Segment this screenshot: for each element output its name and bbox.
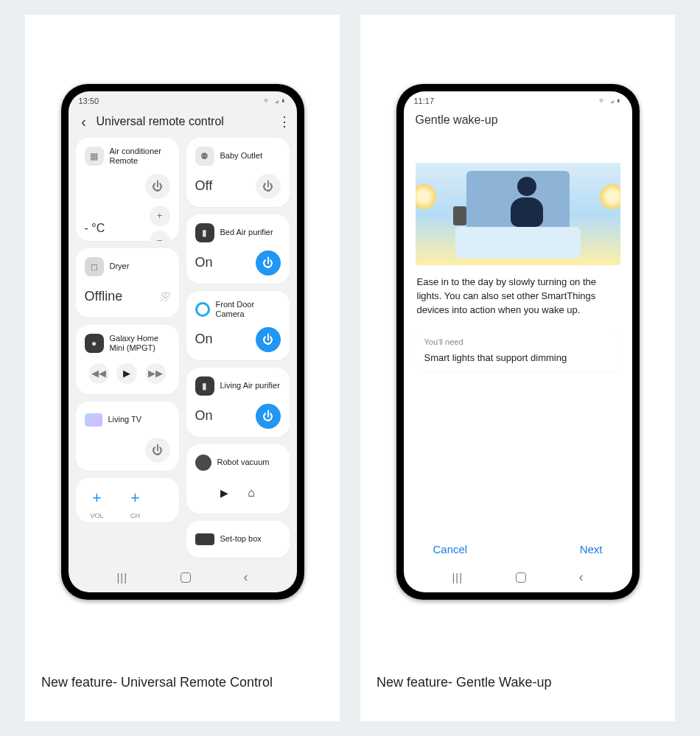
phone-frame: 11:17 ᯤ ⊿ ▮ Gentle wake-up Ease in to th… xyxy=(396,84,640,600)
home-icon[interactable]: ⌂ xyxy=(248,486,255,500)
ac-icon: ▦ xyxy=(85,147,104,166)
android-nav-bar: ||| ‹ xyxy=(404,563,632,592)
status-icons: ᯤ ⊿ ▮ xyxy=(264,97,287,105)
phone-frame: 13:50 ᯤ ⊿ ▮ ‹ Universal remote control ⋮ xyxy=(61,84,304,600)
status-icons: ᯤ ⊿ ▮ xyxy=(599,97,622,105)
nav-recent-icon[interactable]: ||| xyxy=(116,571,127,583)
requirements-body: Smart lights that support dimming xyxy=(416,349,620,372)
phone-mock-area: 13:50 ᯤ ⊿ ▮ ‹ Universal remote control ⋮ xyxy=(25,15,340,654)
tile-label: Living Air purifier xyxy=(220,381,280,390)
next-button[interactable]: Next xyxy=(580,543,603,555)
nav-home-icon[interactable] xyxy=(516,572,526,583)
caption: New feature- Gentle Wake-up xyxy=(360,654,675,721)
stb-icon xyxy=(195,533,214,545)
grid-col-right: ⚉ Baby Outlet Off ⏻ ▮ xyxy=(186,138,290,558)
vol-label: VOL xyxy=(85,512,110,519)
tile-set-top-box[interactable]: Set-top box xyxy=(186,521,290,558)
tile-label: Robot vacuum xyxy=(217,458,270,467)
lamp-icon xyxy=(416,184,436,209)
status-bar: 11:17 ᯤ ⊿ ▮ xyxy=(404,91,632,111)
wakeup-description: Ease in to the day by slowly turning on … xyxy=(404,276,632,318)
tile-vol-ch[interactable]: + VOL + CH xyxy=(76,478,179,522)
tile-state: On xyxy=(195,255,213,270)
prev-icon[interactable]: ◀◀ xyxy=(88,363,109,384)
nav-back-icon[interactable]: ‹ xyxy=(244,569,248,585)
page-title: Gentle wake-up xyxy=(404,111,632,133)
tile-state: On xyxy=(195,332,213,347)
power-icon[interactable]: ⏻ xyxy=(256,327,281,352)
air-purifier-icon: ▮ xyxy=(195,223,214,242)
nav-back-icon[interactable]: ‹ xyxy=(579,569,584,585)
air-purifier-icon: ▮ xyxy=(195,376,214,396)
status-time: 13:50 xyxy=(79,97,99,105)
phone-screen: 13:50 ᯤ ⊿ ▮ ‹ Universal remote control ⋮ xyxy=(69,91,297,592)
tile-state: On xyxy=(195,408,213,424)
back-icon[interactable]: ‹ xyxy=(76,113,92,130)
android-nav-bar: ||| ‹ xyxy=(69,563,297,592)
nav-home-icon[interactable] xyxy=(181,572,191,583)
feature-card-universal-remote: 13:50 ᯤ ⊿ ▮ ‹ Universal remote control ⋮ xyxy=(25,15,340,721)
speaker-icon: ● xyxy=(85,334,104,353)
tile-label: Dryer xyxy=(110,262,130,271)
more-icon[interactable]: ⋮ xyxy=(278,113,290,130)
offline-icon: ⛈ xyxy=(160,291,170,303)
power-icon[interactable]: ⏻ xyxy=(256,174,281,199)
requirements-head: You'll need xyxy=(416,330,620,349)
power-icon[interactable]: ⏻ xyxy=(145,438,170,463)
nightstand xyxy=(453,206,466,225)
tile-label: Air conditioner Remote xyxy=(110,147,170,166)
tile-living-tv[interactable]: Living TV ⏻ xyxy=(76,402,179,471)
tile-label: Living TV xyxy=(108,415,142,424)
app-header: ‹ Universal remote control ⋮ xyxy=(69,111,297,138)
nav-recent-icon[interactable]: ||| xyxy=(452,571,463,583)
phone-screen: 11:17 ᯤ ⊿ ▮ Gentle wake-up Ease in to th… xyxy=(404,91,632,592)
tile-state: Off xyxy=(195,178,213,194)
tile-robot-vacuum[interactable]: Robot vacuum ▶ ⌂ xyxy=(186,444,290,514)
tv-icon xyxy=(85,413,102,427)
tile-baby-outlet[interactable]: ⚉ Baby Outlet Off ⏻ xyxy=(186,138,290,207)
tile-ac[interactable]: ▦ Air conditioner Remote ⏻ - °C xyxy=(76,138,179,241)
power-icon[interactable]: ⏻ xyxy=(256,250,281,276)
requirements-card: You'll need Smart lights that support di… xyxy=(416,330,620,372)
wakeup-illustration xyxy=(416,140,620,265)
ch-label: CH xyxy=(123,512,148,519)
device-grid: ▦ Air conditioner Remote ⏻ - °C xyxy=(69,138,297,563)
tile-label: Set-top box xyxy=(220,534,262,544)
tile-dryer[interactable]: ◻ Dryer Offline ⛈ xyxy=(76,248,179,318)
action-bar: Cancel Next xyxy=(404,533,632,563)
power-icon[interactable]: ⏻ xyxy=(145,174,170,199)
next-icon[interactable]: ▶▶ xyxy=(145,363,166,384)
ch-up-button[interactable]: + xyxy=(123,486,148,511)
status-bar: 13:50 ᯤ ⊿ ▮ xyxy=(69,91,297,111)
grid-col-left: ▦ Air conditioner Remote ⏻ - °C xyxy=(76,138,179,558)
play-icon[interactable]: ▶ xyxy=(116,363,137,384)
play-icon[interactable]: ▶ xyxy=(220,487,228,499)
temp-up-button[interactable]: + xyxy=(150,206,170,226)
phone-mock-area: 11:17 ᯤ ⊿ ▮ Gentle wake-up Ease in to th… xyxy=(360,15,675,654)
dryer-icon: ◻ xyxy=(85,257,104,276)
tile-label: Bed Air purifier xyxy=(220,228,273,237)
cancel-button[interactable]: Cancel xyxy=(433,543,468,555)
tile-bed-air[interactable]: ▮ Bed Air purifier On ⏻ xyxy=(186,214,290,284)
tile-label: Galaxy Home Mini (MPGT) xyxy=(110,334,170,353)
status-time: 11:17 xyxy=(414,97,435,105)
tile-galaxy-home[interactable]: ● Galaxy Home Mini (MPGT) ◀◀ ▶ ▶▶ xyxy=(76,325,179,394)
power-icon[interactable]: ⏻ xyxy=(256,404,281,429)
tile-living-air[interactable]: ▮ Living Air purifier On ⏻ xyxy=(186,368,290,437)
robot-icon xyxy=(195,455,211,471)
camera-icon xyxy=(195,302,210,317)
lamp-icon xyxy=(600,184,620,209)
feature-card-gentle-wakeup: 11:17 ᯤ ⊿ ▮ Gentle wake-up Ease in to th… xyxy=(360,15,675,721)
vol-up-button[interactable]: + xyxy=(85,486,110,511)
outlet-icon: ⚉ xyxy=(195,147,214,166)
person-illustration xyxy=(505,177,549,236)
tile-front-door[interactable]: Front Door Camera On ⏻ xyxy=(186,291,290,360)
tile-label: Baby Outlet xyxy=(220,151,262,161)
tile-state: Offline xyxy=(85,289,123,304)
page-title: Universal remote control xyxy=(92,115,278,128)
tile-label: Front Door Camera xyxy=(216,300,281,319)
ac-temp: - °C xyxy=(85,222,105,235)
caption: New feature- Universal Remote Control xyxy=(25,654,340,721)
